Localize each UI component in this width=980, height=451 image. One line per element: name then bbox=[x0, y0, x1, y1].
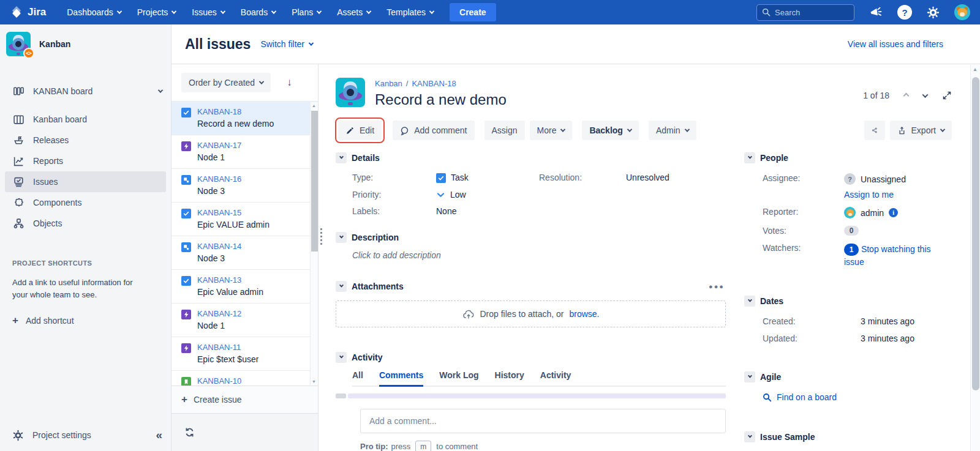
list-item[interactable]: KANBAN-16Node 3 bbox=[172, 169, 318, 203]
share-button[interactable] bbox=[864, 121, 885, 140]
tab-activity[interactable]: Activity bbox=[540, 370, 571, 387]
nav-boards[interactable]: Boards bbox=[241, 7, 276, 17]
order-by-button[interactable]: Order by Created bbox=[181, 73, 271, 92]
add-shortcut-button[interactable]: + Add shortcut bbox=[12, 315, 159, 327]
pane-resize-handle[interactable] bbox=[320, 228, 322, 245]
description-placeholder[interactable]: Click to add description bbox=[352, 250, 726, 260]
sidebar-item-releases[interactable]: Releases bbox=[0, 130, 171, 151]
project-avatar[interactable]: <> bbox=[6, 32, 31, 56]
list-item[interactable]: KANBAN-13Epic Value admin bbox=[172, 270, 318, 304]
jira-logo[interactable]: Jira bbox=[10, 6, 46, 19]
nav-dashboards[interactable]: Dashboards bbox=[67, 7, 121, 17]
collapse-sidebar-icon[interactable]: « bbox=[156, 428, 162, 442]
sidebar-item-kanban-board[interactable]: Kanban board bbox=[0, 109, 171, 130]
issue-key[interactable]: KANBAN-18 bbox=[197, 106, 274, 117]
collapse-section-icon[interactable] bbox=[336, 281, 347, 292]
page-scrollbar[interactable]: ▲ bbox=[970, 65, 980, 451]
comment-box[interactable] bbox=[360, 409, 726, 433]
board-switcher[interactable]: KANBAN board bbox=[0, 81, 171, 102]
issue-key[interactable]: KANBAN-13 bbox=[197, 275, 263, 286]
list-scrollbar[interactable]: ▲ ▼ bbox=[310, 102, 318, 385]
breadcrumb-issue-link[interactable]: KANBAN-18 bbox=[412, 79, 456, 88]
watchers-badge[interactable]: 1 bbox=[844, 244, 859, 256]
scrollbar-thumb[interactable] bbox=[972, 77, 979, 390]
next-issue-icon[interactable] bbox=[922, 92, 929, 98]
add-comment-button[interactable]: Add comment bbox=[393, 121, 474, 140]
issue-key[interactable]: KANBAN-10 bbox=[197, 376, 305, 386]
collapse-section-icon[interactable] bbox=[336, 152, 347, 163]
issue-key[interactable]: KANBAN-15 bbox=[197, 207, 270, 218]
comment-input[interactable] bbox=[369, 416, 717, 426]
chevron-down-icon bbox=[684, 127, 689, 132]
list-item[interactable]: KANBAN-15Epic VALUE admin bbox=[172, 203, 318, 236]
tab-all[interactable]: All bbox=[352, 370, 363, 387]
nav-templates[interactable]: Templates bbox=[386, 7, 434, 17]
edit-button[interactable]: Edit bbox=[338, 121, 382, 140]
created-label: Created: bbox=[763, 316, 861, 326]
avatar-art bbox=[960, 12, 965, 17]
tab-history[interactable]: History bbox=[495, 370, 524, 387]
attachment-dropzone[interactable]: Drop files to attach, or browse. bbox=[336, 300, 726, 327]
list-item[interactable]: KANBAN-11Epic $text $user bbox=[172, 337, 318, 371]
list-item[interactable]: KANBAN-14Node 3 bbox=[172, 236, 318, 270]
list-item[interactable]: KANBAN-18Record a new demo bbox=[172, 102, 318, 135]
megaphone-icon[interactable] bbox=[869, 6, 884, 20]
sidebar-item-reports[interactable]: Reports bbox=[0, 151, 171, 171]
nav-projects[interactable]: Projects bbox=[137, 7, 176, 17]
issue-key[interactable]: KANBAN-14 bbox=[197, 241, 241, 252]
expand-icon[interactable] bbox=[942, 91, 952, 100]
create-issue-button[interactable]: + Create issue bbox=[172, 386, 318, 413]
more-button[interactable]: More bbox=[530, 121, 573, 140]
issue-key[interactable]: KANBAN-12 bbox=[197, 308, 241, 319]
view-all-issues-link[interactable]: View all issues and filters bbox=[848, 39, 943, 49]
collapse-section-icon[interactable] bbox=[744, 296, 755, 307]
create-button[interactable]: Create bbox=[450, 3, 496, 21]
list-item[interactable]: KANBAN-10COME AS YOU ARE kanb... bbox=[172, 371, 318, 386]
issue-key[interactable]: KANBAN-11 bbox=[197, 342, 258, 353]
collapse-section-icon[interactable] bbox=[336, 232, 347, 243]
switch-filter-link[interactable]: Switch filter bbox=[260, 39, 313, 49]
resolution-value: Unresolved bbox=[626, 173, 726, 182]
votes-badge[interactable]: 0 bbox=[844, 226, 859, 236]
issue-summary: Node 1 bbox=[197, 319, 241, 332]
info-icon[interactable]: i bbox=[889, 208, 898, 217]
sidebar-item-issues[interactable]: Issues bbox=[5, 171, 166, 192]
issue-key[interactable]: KANBAN-17 bbox=[197, 140, 241, 151]
export-button[interactable]: Export bbox=[890, 121, 952, 140]
nav-issues[interactable]: Issues bbox=[192, 7, 224, 17]
collapse-section-icon[interactable] bbox=[744, 431, 755, 442]
nav-plans[interactable]: Plans bbox=[292, 7, 321, 17]
search-box[interactable] bbox=[756, 4, 854, 21]
gear-icon[interactable] bbox=[927, 6, 940, 19]
assign-to-me-link[interactable]: Assign to me bbox=[844, 190, 948, 199]
search-input[interactable] bbox=[775, 8, 842, 17]
collapse-section-icon[interactable] bbox=[744, 152, 755, 163]
previous-issue-icon[interactable] bbox=[903, 92, 910, 99]
help-icon[interactable]: ? bbox=[897, 5, 912, 20]
collapse-section-icon[interactable] bbox=[336, 352, 347, 363]
user-avatar[interactable] bbox=[954, 4, 970, 20]
assign-button[interactable]: Assign bbox=[484, 121, 525, 140]
more-options-icon[interactable]: ●●● bbox=[709, 283, 725, 290]
backlog-status-button[interactable]: Backlog bbox=[582, 121, 638, 140]
scrollbar-thumb[interactable] bbox=[311, 111, 318, 252]
sidebar-item-objects[interactable]: Objects bbox=[0, 213, 171, 234]
breadcrumb-project-link[interactable]: Kanban bbox=[375, 79, 402, 88]
project-settings-link[interactable]: Project settings bbox=[32, 430, 91, 440]
sort-direction-icon[interactable]: ↓ bbox=[287, 76, 292, 89]
admin-button[interactable]: Admin bbox=[649, 121, 696, 140]
scroll-up-icon[interactable]: ▲ bbox=[973, 67, 978, 72]
issue-key[interactable]: KANBAN-16 bbox=[197, 174, 241, 185]
refresh-icon[interactable] bbox=[184, 427, 195, 438]
sidebar-item-components[interactable]: Components bbox=[0, 192, 171, 213]
scroll-down-icon[interactable]: ▼ bbox=[312, 379, 316, 384]
browse-link[interactable]: browse. bbox=[569, 309, 599, 319]
scroll-up-icon[interactable]: ▲ bbox=[312, 103, 316, 108]
find-on-board-link[interactable]: Find on a board bbox=[763, 392, 948, 402]
nav-assets[interactable]: Assets bbox=[337, 7, 371, 17]
collapse-section-icon[interactable] bbox=[744, 371, 755, 382]
tab-comments[interactable]: Comments bbox=[379, 370, 423, 387]
tab-work-log[interactable]: Work Log bbox=[439, 370, 478, 387]
list-item[interactable]: KANBAN-12Node 1 bbox=[172, 304, 318, 337]
list-item[interactable]: KANBAN-17Node 1 bbox=[172, 135, 318, 169]
